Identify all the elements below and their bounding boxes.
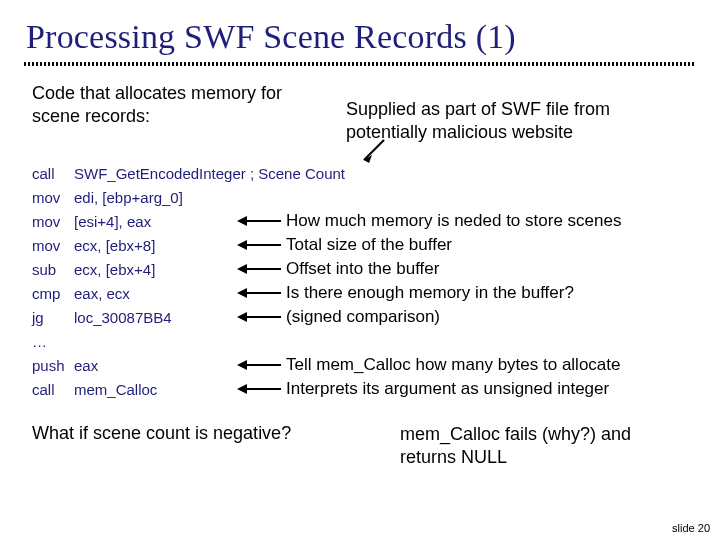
bottom-answer-line2: returns NULL [400,447,507,467]
operand: eax, ecx [74,285,234,302]
mnemonic: call [32,165,74,182]
annotation: How much memory is neded to store scenes [286,211,621,231]
code-row: jg loc_30087BB4 (signed comparison) [32,305,694,329]
annotation: (signed comparison) [286,307,440,327]
code-row: … [32,329,694,353]
intro-right-line1: Supplied as part of SWF file from [346,99,610,119]
annotation: Is there enough memory in the buffer? [286,283,574,303]
mnemonic: sub [32,261,74,278]
mnemonic: push [32,357,74,374]
code-row: mov [esi+4], eax How much memory is nede… [32,209,694,233]
svg-marker-5 [237,240,247,250]
bottom-answer-line1: mem_Calloc fails (why?) and [400,424,631,444]
code-row: call mem_Calloc Interprets its argument … [32,377,694,401]
bottom-question: What if scene count is negative? [32,423,382,444]
annotation: Interprets its argument as unsigned inte… [286,379,609,399]
svg-marker-15 [237,384,247,394]
arrow-left-icon [234,382,286,396]
operand: ecx, [ebx+8] [74,237,234,254]
code-row: sub ecx, [ebx+4] Offset into the buffer [32,257,694,281]
svg-marker-11 [237,312,247,322]
code-block: call SWF_GetEncodedInteger ; Scene Count… [0,143,720,401]
mnemonic: jg [32,309,74,326]
intro-left-text: Code that allocates memory for scene rec… [32,82,312,127]
slide-number: slide 20 [672,522,710,534]
operand: ecx, [ebx+4] [74,261,234,278]
mnemonic: cmp [32,285,74,302]
bottom-answer: mem_Calloc fails (why?) and returns NULL [382,423,631,468]
mnemonic: mov [32,237,74,254]
operand: [esi+4], eax [74,213,234,230]
svg-marker-9 [237,288,247,298]
code-row: push eax Tell mem_Calloc how many bytes … [32,353,694,377]
arrow-left-icon [234,214,286,228]
intro-right-text: Supplied as part of SWF file from potent… [312,98,694,143]
svg-marker-3 [237,216,247,226]
operand: mem_Calloc [74,381,234,398]
code-row: mov edi, [ebp+arg_0] [32,185,694,209]
slide-title: Processing SWF Scene Records (1) [0,0,720,56]
operand: edi, [ebp+arg_0] [74,189,234,206]
arrow-left-icon [234,238,286,252]
mnemonic: mov [32,189,74,206]
svg-line-0 [364,140,384,160]
svg-marker-7 [237,264,247,274]
operand: SWF_GetEncodedInteger ; Scene Count [74,165,345,182]
operand: loc_30087BB4 [74,309,234,326]
arrow-down-icon [358,138,392,172]
code-row: mov ecx, [ebx+8] Total size of the buffe… [32,233,694,257]
arrow-left-icon [234,310,286,324]
mnemonic: mov [32,213,74,230]
code-row: cmp eax, ecx Is there enough memory in t… [32,281,694,305]
annotation: Total size of the buffer [286,235,452,255]
svg-marker-13 [237,360,247,370]
operand: eax [74,357,234,374]
arrow-left-icon [234,262,286,276]
annotation: Offset into the buffer [286,259,439,279]
mnemonic: … [32,333,74,350]
annotation: Tell mem_Calloc how many bytes to alloca… [286,355,620,375]
arrow-left-icon [234,358,286,372]
arrow-left-icon [234,286,286,300]
mnemonic: call [32,381,74,398]
